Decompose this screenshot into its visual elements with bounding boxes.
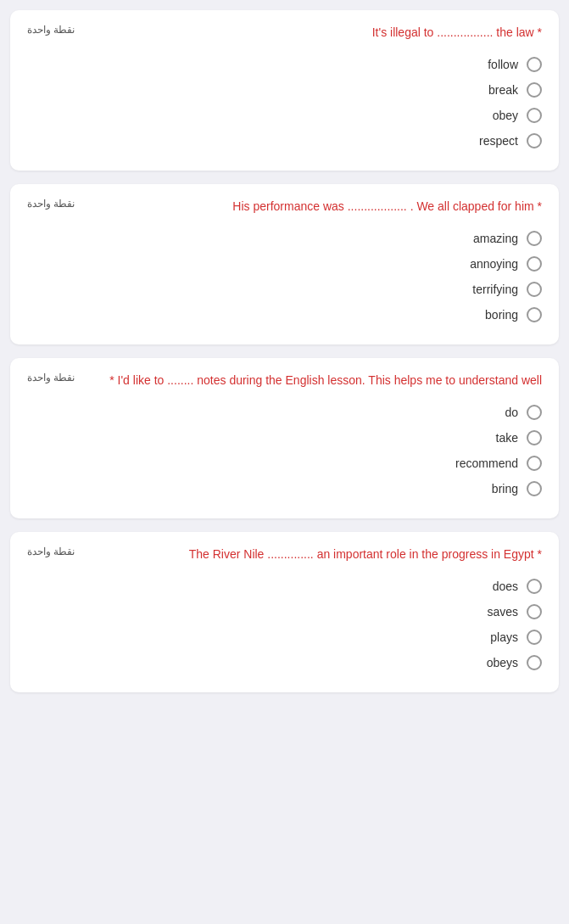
option-item-4-3[interactable]: plays bbox=[27, 624, 542, 650]
question-text-3: I'd like to ........ notes during the En… bbox=[75, 372, 542, 389]
option-label-2-1: amazing bbox=[473, 232, 518, 245]
option-label-3-3: recommend bbox=[455, 456, 518, 470]
points-label-1: نقطة واحدة bbox=[27, 24, 75, 36]
radio-button-2-2[interactable] bbox=[527, 256, 542, 272]
option-item-4-2[interactable]: saves bbox=[27, 599, 542, 624]
question-card-1: نقطة واحدة* It's illegal to ............… bbox=[10, 10, 559, 171]
radio-button-2-3[interactable] bbox=[527, 282, 542, 297]
option-label-4-4: obeys bbox=[487, 656, 518, 669]
option-label-1-4: respect bbox=[479, 134, 518, 148]
option-label-2-3: terrifying bbox=[472, 283, 518, 296]
option-label-1-3: obey bbox=[493, 109, 518, 122]
radio-button-3-2[interactable] bbox=[527, 430, 542, 445]
question-header-3: نقطة واحدةI'd like to ........ notes dur… bbox=[27, 372, 542, 389]
question-header-1: نقطة واحدة* It's illegal to ............… bbox=[27, 24, 542, 42]
option-item-1-2[interactable]: break bbox=[27, 77, 542, 103]
radio-button-3-4[interactable] bbox=[527, 481, 542, 496]
radio-button-4-2[interactable] bbox=[527, 604, 542, 619]
option-label-3-4: bring bbox=[492, 482, 518, 496]
radio-button-2-1[interactable] bbox=[527, 231, 542, 246]
option-label-1-1: follow bbox=[488, 58, 518, 71]
option-label-3-2: take bbox=[496, 431, 518, 445]
points-label-3: نقطة واحدة bbox=[27, 372, 75, 384]
points-label-2: نقطة واحدة bbox=[27, 198, 75, 210]
option-item-3-2[interactable]: take bbox=[27, 425, 542, 451]
options-list-3: dotakerecommendbring bbox=[27, 400, 542, 501]
radio-button-4-3[interactable] bbox=[527, 630, 542, 645]
option-label-1-2: break bbox=[488, 83, 518, 97]
option-item-1-4[interactable]: respect bbox=[27, 128, 542, 154]
option-label-4-2: saves bbox=[487, 605, 518, 619]
option-item-4-1[interactable]: does bbox=[27, 574, 542, 599]
option-item-1-3[interactable]: obey bbox=[27, 103, 542, 128]
radio-button-1-4[interactable] bbox=[527, 133, 542, 148]
questions-container: نقطة واحدة* It's illegal to ............… bbox=[10, 10, 559, 692]
option-label-2-2: annoying bbox=[470, 257, 518, 271]
option-item-4-4[interactable]: obeys bbox=[27, 650, 542, 675]
option-item-2-1[interactable]: amazing bbox=[27, 226, 542, 251]
option-item-1-1[interactable]: follow bbox=[27, 52, 542, 77]
option-label-4-1: does bbox=[493, 580, 518, 593]
option-item-3-3[interactable]: recommend bbox=[27, 451, 542, 476]
radio-button-4-1[interactable] bbox=[527, 579, 542, 594]
question-text-1: * It's illegal to ................. the … bbox=[75, 24, 542, 42]
question-card-3: نقطة واحدةI'd like to ........ notes dur… bbox=[10, 358, 559, 518]
option-item-3-4[interactable]: bring bbox=[27, 476, 542, 501]
question-text-4: * The River Nile .............. an impor… bbox=[75, 546, 542, 563]
radio-button-2-4[interactable] bbox=[527, 307, 542, 322]
option-label-2-4: boring bbox=[485, 308, 518, 322]
question-text-2: * His performance was ..................… bbox=[75, 198, 542, 216]
radio-button-4-4[interactable] bbox=[527, 655, 542, 670]
options-list-1: followbreakobeyrespect bbox=[27, 52, 542, 154]
radio-button-1-1[interactable] bbox=[527, 57, 542, 72]
radio-button-3-1[interactable] bbox=[527, 405, 542, 420]
option-label-4-3: plays bbox=[490, 630, 518, 644]
options-list-2: amazingannoyingterrifyingboring bbox=[27, 226, 542, 328]
option-item-2-3[interactable]: terrifying bbox=[27, 277, 542, 302]
question-header-2: نقطة واحدة* His performance was ........… bbox=[27, 198, 542, 216]
question-header-4: نقطة واحدة* The River Nile .............… bbox=[27, 546, 542, 563]
option-item-2-2[interactable]: annoying bbox=[27, 251, 542, 277]
points-label-4: نقطة واحدة bbox=[27, 546, 75, 557]
option-item-2-4[interactable]: boring bbox=[27, 302, 542, 328]
question-card-4: نقطة واحدة* The River Nile .............… bbox=[10, 532, 559, 692]
question-card-2: نقطة واحدة* His performance was ........… bbox=[10, 184, 559, 344]
radio-button-1-2[interactable] bbox=[527, 82, 542, 98]
options-list-4: doessavesplaysobeys bbox=[27, 574, 542, 675]
radio-button-3-3[interactable] bbox=[527, 456, 542, 471]
radio-button-1-3[interactable] bbox=[527, 108, 542, 123]
option-label-3-1: do bbox=[505, 406, 518, 419]
option-item-3-1[interactable]: do bbox=[27, 400, 542, 425]
